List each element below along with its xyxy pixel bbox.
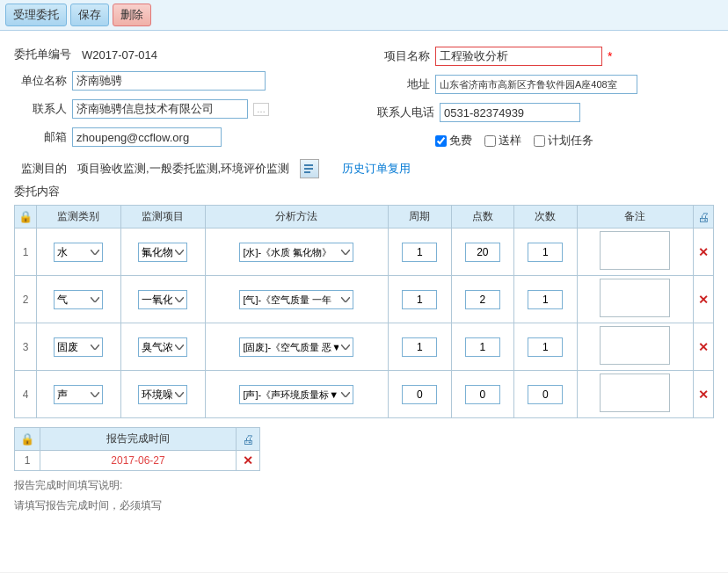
- period-cell-2[interactable]: [389, 276, 452, 323]
- table-header-times: 次数: [514, 206, 578, 228]
- note-textarea-1[interactable]: [600, 231, 670, 270]
- note-textarea-2[interactable]: [600, 279, 670, 317]
- period-input-2[interactable]: [402, 290, 437, 309]
- delete-icon-4[interactable]: ✕: [698, 388, 709, 402]
- contact-picker-icon[interactable]: …: [253, 103, 269, 116]
- svg-rect-1: [304, 168, 313, 170]
- note-cell-3[interactable]: [577, 323, 693, 371]
- delete-icon-2[interactable]: ✕: [698, 293, 709, 307]
- analysis-method-cell-1[interactable]: [水]-《水质 氟化物》: [205, 228, 388, 276]
- period-input-3[interactable]: [402, 337, 437, 357]
- unit-name-input[interactable]: [72, 71, 266, 91]
- planned-task-checkbox[interactable]: [534, 135, 545, 147]
- points-cell-2[interactable]: [451, 276, 514, 323]
- note-cell-2[interactable]: [577, 276, 693, 323]
- monitor-item-select-2[interactable]: 一氧化碳二氧化硫: [138, 290, 187, 309]
- address-input[interactable]: [435, 75, 637, 94]
- monitor-item-cell-2[interactable]: 一氧化碳二氧化硫: [120, 276, 205, 323]
- commission-table: 🔒 监测类别 监测项目 分析方法 周期 点数 次数 备注 🖨 1 水: [14, 205, 714, 418]
- times-cell-4[interactable]: [514, 371, 578, 418]
- times-cell-3[interactable]: [514, 323, 578, 371]
- save-button[interactable]: 保存: [70, 4, 109, 26]
- analysis-method-cell-2[interactable]: [气]-《空气质量 一年: [205, 276, 388, 323]
- note-textarea-4[interactable]: [600, 374, 670, 412]
- times-input-3[interactable]: [528, 337, 563, 357]
- email-input[interactable]: [72, 127, 222, 147]
- times-cell-1[interactable]: [514, 228, 578, 276]
- delete-cell-1[interactable]: ✕: [694, 228, 714, 276]
- bottom-delete-cell-1[interactable]: ✕: [237, 451, 260, 471]
- history-link[interactable]: 历史订单复用: [342, 161, 411, 177]
- note-cell-1[interactable]: [577, 228, 693, 276]
- period-cell-4[interactable]: [389, 371, 452, 418]
- monitor-type-select-1[interactable]: 水气固废声: [54, 243, 103, 262]
- note-textarea-3[interactable]: [600, 326, 670, 365]
- note-cell-4[interactable]: [577, 371, 693, 418]
- times-cell-2[interactable]: [514, 276, 578, 323]
- free-checkbox-label[interactable]: 免费: [435, 133, 472, 149]
- table-row: 3 水气固废声 臭气浓度重金属 [固废]-《空气质量 恶▼: [15, 323, 714, 371]
- times-input-1[interactable]: [528, 243, 563, 262]
- sampling-checkbox[interactable]: [484, 135, 496, 147]
- analysis-method-cell-4[interactable]: [声]-《声环境质量标▼: [205, 371, 388, 418]
- period-cell-1[interactable]: [389, 228, 452, 276]
- bottom-delete-icon-1[interactable]: ✕: [243, 453, 253, 468]
- monitor-item-cell-4[interactable]: 环境噪声噪声: [120, 371, 205, 418]
- period-input-1[interactable]: [402, 243, 437, 262]
- contact-label: 联系人: [14, 101, 67, 117]
- planned-task-checkbox-label[interactable]: 计划任务: [534, 133, 593, 149]
- delete-cell-4[interactable]: ✕: [694, 371, 714, 418]
- table-header-print[interactable]: 🖨: [694, 206, 714, 228]
- monitor-type-cell-4[interactable]: 水气固废声: [37, 371, 121, 418]
- points-cell-4[interactable]: [451, 371, 514, 418]
- points-input-4[interactable]: [465, 385, 500, 404]
- delete-cell-2[interactable]: ✕: [694, 276, 714, 323]
- bottom-table-header-lock: 🔒: [15, 428, 40, 451]
- monitor-type-select-2[interactable]: 水气固废声: [54, 290, 103, 309]
- monitor-type-select-4[interactable]: 水气固废声: [54, 385, 103, 404]
- commission-no-value: W2017-07-014: [82, 48, 157, 62]
- accept-button[interactable]: 受理委托: [5, 4, 67, 26]
- monitor-type-select-3[interactable]: 水气固废声: [54, 337, 103, 357]
- table-header-monitor-item: 监测项目: [120, 206, 205, 228]
- period-input-4[interactable]: [402, 385, 437, 404]
- points-cell-3[interactable]: [451, 323, 514, 371]
- report-time-cell-1: 2017-06-27: [40, 451, 237, 471]
- svg-rect-0: [304, 164, 313, 166]
- analysis-method-select-2[interactable]: [气]-《空气质量 一年: [239, 290, 353, 309]
- points-input-3[interactable]: [465, 337, 500, 357]
- monitor-item-cell-3[interactable]: 臭气浓度重金属: [120, 323, 205, 371]
- times-input-2[interactable]: [528, 290, 563, 309]
- points-cell-1[interactable]: [451, 228, 514, 276]
- analysis-method-cell-3[interactable]: [固废]-《空气质量 恶▼: [205, 323, 388, 371]
- delete-icon-3[interactable]: ✕: [698, 340, 709, 354]
- bottom-table-header-print[interactable]: 🖨: [237, 428, 260, 451]
- sampling-checkbox-label[interactable]: 送样: [484, 133, 521, 149]
- monitor-item-select-4[interactable]: 环境噪声噪声: [138, 385, 187, 404]
- period-cell-3[interactable]: [389, 323, 452, 371]
- project-name-input[interactable]: [435, 47, 602, 66]
- times-input-4[interactable]: [528, 385, 563, 404]
- points-input-1[interactable]: [465, 243, 500, 262]
- note-title: 报告完成时间填写说明:: [14, 478, 714, 493]
- points-input-2[interactable]: [465, 290, 500, 309]
- delete-button[interactable]: 删除: [113, 4, 151, 26]
- analysis-method-select-1[interactable]: [水]-《水质 氟化物》: [239, 243, 353, 262]
- main-content: 委托单编号 W2017-07-014 单位名称 联系人 … 邮箱 项目名称: [0, 31, 728, 572]
- monitor-type-cell-3[interactable]: 水气固废声: [37, 323, 121, 371]
- monitor-type-cell-1[interactable]: 水气固废声: [37, 228, 121, 276]
- analysis-method-select-4[interactable]: [声]-《声环境质量标▼: [239, 385, 353, 404]
- monitor-item-select-3[interactable]: 臭气浓度重金属: [138, 337, 187, 357]
- analysis-method-select-3[interactable]: [固废]-《空气质量 恶▼: [239, 337, 353, 357]
- monitor-purpose-label: 监测目的: [14, 161, 67, 177]
- free-checkbox[interactable]: [435, 135, 447, 147]
- monitor-item-cell-1[interactable]: 氟化物CODBOD: [120, 228, 205, 276]
- contact-phone-input[interactable]: [440, 103, 580, 122]
- delete-icon-1[interactable]: ✕: [698, 245, 709, 259]
- monitor-item-select-1[interactable]: 氟化物CODBOD: [138, 243, 187, 262]
- table-header-note: 备注: [577, 206, 693, 228]
- contact-input[interactable]: [72, 99, 248, 119]
- monitor-purpose-edit-icon[interactable]: [300, 159, 319, 178]
- delete-cell-3[interactable]: ✕: [694, 323, 714, 371]
- monitor-type-cell-2[interactable]: 水气固废声: [37, 276, 121, 323]
